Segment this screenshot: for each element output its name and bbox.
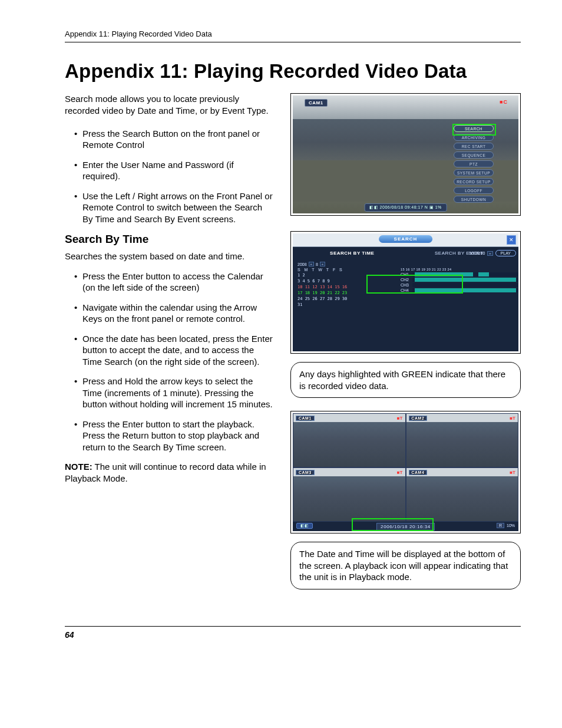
screenshot-single-cam: CAM1 ■C SEARCH ARCHIVING REC START SEQUE… <box>293 95 518 213</box>
note-paragraph: NOTE: The unit will continue to record d… <box>65 461 274 485</box>
cam-label: CAM4 <box>409 470 428 475</box>
content-columns: Search mode allows you to locate previou… <box>65 93 521 602</box>
menu-item-shutdown[interactable]: SHUTDOWN <box>454 196 494 203</box>
figure-quad-playback: CAM1 ■T CAM2 ■T CAM3 ■T <box>290 411 521 533</box>
search-title: SEARCH <box>379 235 433 243</box>
page-number: 64 <box>65 630 521 640</box>
time-value: 00:00:00 <box>469 251 485 255</box>
menu-item-ptz[interactable]: PTZ <box>454 160 494 167</box>
note-label: NOTE: <box>65 462 92 472</box>
cam-label: CAM1 <box>296 416 315 421</box>
quad-cell: CAM2 ■T <box>406 413 519 467</box>
close-icon[interactable]: ✕ <box>507 235 516 245</box>
menu-item-sequence[interactable]: SEQUENCE <box>454 151 494 159</box>
list-item: Press the Enter button to start the play… <box>82 419 274 453</box>
month-value: 8 <box>316 262 318 266</box>
record-indicator-icon: ■T <box>510 416 515 421</box>
play-button[interactable]: PLAY <box>495 250 516 256</box>
year-spinner-icon[interactable]: ÷ <box>309 262 314 266</box>
menu-item-logoff[interactable]: LOGOFF <box>454 187 494 194</box>
record-indicator-icon: ■T <box>397 470 403 475</box>
cal-row: 24 25 26 27 28 29 30 <box>297 296 514 302</box>
list-item: Press and Hold the arrow keys to select … <box>82 375 274 410</box>
status-bar: ◧◧ 2006/08/18 09:48:17 N ▣ 1% <box>364 203 447 212</box>
tab-search-by-time[interactable]: SEARCH BY TIME <box>299 251 406 256</box>
timeline-scale: 15 16 17 18 19 20 21 22 23 24 <box>401 268 518 271</box>
search-titlebar: SEARCH ✕ <box>293 233 518 247</box>
cam-label: CAM3 <box>296 470 315 475</box>
time-spinner-icon[interactable]: ÷ <box>487 251 492 256</box>
playback-mode-icon: ◧◧ <box>296 523 313 529</box>
record-indicator-icon: ■T <box>397 416 403 421</box>
playback-percent: 10% <box>507 523 515 528</box>
highlight-box-icon <box>352 518 434 531</box>
playback-right: R 10% <box>497 523 515 528</box>
list-item: Press the Enter button to access the Cal… <box>82 271 274 294</box>
search-by-time-heading: Search By Time <box>65 233 274 246</box>
menu-item-system-setup[interactable]: SYSTEM SETUP <box>454 169 494 176</box>
list-item: Enter the User Name and Password (if req… <box>82 159 274 182</box>
section-lead: Searches the system based on date and ti… <box>65 251 274 262</box>
highlight-box-icon <box>366 275 463 294</box>
quad-cell: CAM3 ■T <box>293 467 406 522</box>
header-rule <box>65 42 521 42</box>
cam-label: CAM2 <box>409 416 428 421</box>
list-item: Once the date has been located, press th… <box>82 333 274 368</box>
cam-label: CAM1 <box>305 99 328 107</box>
menu-item-record-setup[interactable]: RECORD SETUP <box>454 178 494 185</box>
highlight-box-icon <box>452 124 496 136</box>
search-bullet-list: Press the Enter button to access the Cal… <box>65 271 274 453</box>
cal-row: 31 <box>297 302 514 308</box>
list-item: Use the Left / Right arrows on the Front… <box>82 190 274 225</box>
screenshot-quad: CAM1 ■T CAM2 ■T CAM3 ■T <box>293 413 518 531</box>
menu-item-rec-start[interactable]: REC START <box>454 143 494 150</box>
figure-cam-menu: CAM1 ■C SEARCH ARCHIVING REC START SEQUE… <box>290 93 521 216</box>
page: Appendix 11: Playing Recorded Video Data… <box>0 0 562 657</box>
page-title: Appendix 11: Playing Recorded Video Data <box>65 60 521 83</box>
playback-r-badge: R <box>497 523 504 528</box>
callout-playback-time: The Date and Time will be displayed at t… <box>290 542 521 589</box>
top-bullet-list: Press the Search Button on the front pan… <box>65 128 274 225</box>
record-indicator-icon: ■C <box>500 99 508 105</box>
note-text: The unit will continue to record data wh… <box>65 462 266 483</box>
right-column: CAM1 ■C SEARCH ARCHIVING REC START SEQUE… <box>290 93 521 602</box>
quad-cell: CAM1 ■T <box>293 413 406 467</box>
running-header: Appendix 11: Playing Recorded Video Data <box>65 29 521 38</box>
list-item: Navigate within the calendar using the A… <box>82 302 274 325</box>
osd-menu: SEARCH ARCHIVING REC START SEQUENCE PTZ … <box>454 125 494 203</box>
callout-green-days: Any days highlighted with GREEN indicate… <box>290 362 521 398</box>
footer-rule <box>65 626 521 627</box>
figure-search-screen: SEARCH ✕ SEARCH BY TIME SEARCH BY EVENT … <box>290 231 521 354</box>
list-item: Press the Search Button on the front pan… <box>82 128 274 151</box>
intro-paragraph: Search mode allows you to locate previou… <box>65 93 274 117</box>
month-spinner-icon[interactable]: ÷ <box>320 262 325 266</box>
record-indicator-icon: ■T <box>510 470 515 475</box>
left-column: Search mode allows you to locate previou… <box>65 93 274 602</box>
year-value: 2008 <box>297 262 307 266</box>
quad-cell: CAM4 ■T <box>406 467 519 522</box>
screenshot-search: SEARCH ✕ SEARCH BY TIME SEARCH BY EVENT … <box>293 233 518 351</box>
